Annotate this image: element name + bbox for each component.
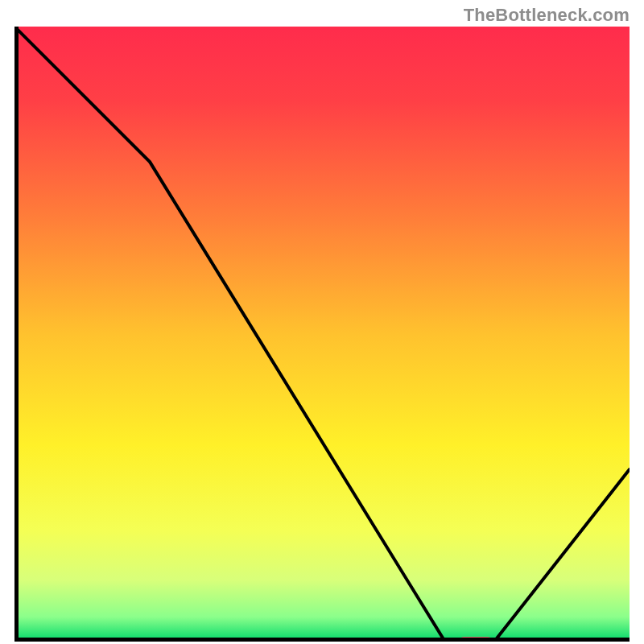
watermark-text: TheBottleneck.com bbox=[464, 5, 630, 26]
chart-frame bbox=[14, 27, 630, 642]
bottleneck-chart bbox=[14, 27, 630, 642]
